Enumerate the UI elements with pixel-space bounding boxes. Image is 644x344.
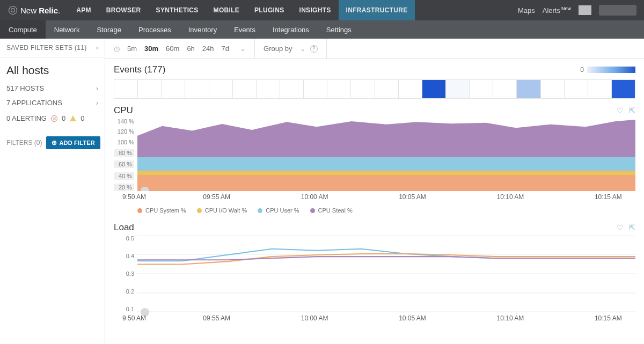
nav-maps[interactable]: Maps <box>518 6 535 14</box>
group-by[interactable]: Group by ⌄ ? <box>255 39 326 58</box>
events-panel: Events (177) 0 <box>105 59 644 102</box>
legend-swatch <box>310 208 315 213</box>
nav-insights[interactable]: INSIGHTS <box>292 0 339 20</box>
cpu-y-axis: 140 % 120 % 100 % 80 % 60 % 40 % 20 % <box>114 118 137 191</box>
subnav-processes[interactable]: Processes <box>130 20 180 39</box>
plus-icon: ⊕ <box>52 140 57 146</box>
export-icon[interactable]: ⇱ <box>629 106 635 115</box>
bell-icon[interactable]: ♡ <box>617 223 624 232</box>
account-switcher[interactable] <box>599 5 636 16</box>
nav-synthetics[interactable]: SYNTHETICS <box>149 0 206 20</box>
range-24h[interactable]: 24h <box>202 45 214 53</box>
stat-alerting: 0 ALERTING 0 0 <box>0 110 105 130</box>
events-title: Events (177) <box>114 64 165 75</box>
filters-row: FILTERS (0) ⊕ ADD FILTER <box>0 130 105 149</box>
toolbar: ◷ 5m 30m 60m 6h 24h 7d ⌄ Group by ⌄ ? <box>105 39 644 59</box>
brand[interactable]: New Relic. <box>0 0 69 20</box>
chevron-right-icon: › <box>96 84 98 92</box>
subnav-integrations[interactable]: Integrations <box>264 20 318 39</box>
subnav-network[interactable]: Network <box>46 20 89 39</box>
load-x-axis: 9:50 AM 09:55 AM 10:00 AM 10:05 AM 10:10… <box>137 314 635 325</box>
bell-icon[interactable]: ♡ <box>617 106 624 115</box>
critical-count: 0 <box>62 114 65 122</box>
group-by-label: Group by <box>264 45 292 53</box>
filters-label: FILTERS (0) <box>6 139 42 147</box>
legend-swatch <box>197 208 202 213</box>
export-icon[interactable]: ⇱ <box>629 223 635 232</box>
avatar[interactable] <box>579 5 591 15</box>
events-gradient <box>587 67 635 73</box>
page-title: All hosts <box>0 57 105 81</box>
sub-nav: Compute Network Storage Processes Invent… <box>0 20 644 39</box>
cpu-legend: CPU System % CPU I/O Wait % CPU User % C… <box>105 205 644 219</box>
brand-logo-icon <box>9 6 17 14</box>
chevron-right-icon: › <box>96 99 98 107</box>
brand-text-pre: New <box>20 6 36 15</box>
top-nav-right: Maps AlertsNew <box>510 0 644 20</box>
add-filter-label: ADD FILTER <box>59 140 95 146</box>
legend-item[interactable]: CPU I/O Wait % <box>197 207 247 214</box>
cpu-x-axis: 9:50 AM 09:55 AM 10:00 AM 10:05 AM 10:10… <box>137 193 635 204</box>
warning-count: 0 <box>80 114 84 122</box>
load-chart[interactable]: 0.5 0.4 0.3 0.2 0.1 <box>114 235 635 325</box>
cpu-chart[interactable]: 140 % 120 % 100 % 80 % 60 % 40 % 20 % <box>114 118 635 204</box>
load-y-axis: 0.5 0.4 0.3 0.2 0.1 <box>114 235 137 312</box>
chevron-down-icon[interactable]: ⌄ <box>240 45 246 53</box>
chevron-right-icon: › <box>96 44 98 52</box>
top-nav-items: APM BROWSER SYNTHETICS MOBILE PLUGINS IN… <box>69 0 415 20</box>
warning-icon <box>70 115 76 121</box>
subnav-compute[interactable]: Compute <box>0 20 46 39</box>
legend-swatch <box>137 208 142 213</box>
load-title: Load <box>114 222 134 233</box>
time-range: ◷ 5m 30m 60m 6h 24h 7d ⌄ <box>105 39 255 58</box>
events-scale: 0 <box>580 66 635 74</box>
legend-swatch <box>258 208 262 213</box>
alerts-badge: New <box>561 6 571 11</box>
range-5m[interactable]: 5m <box>127 45 137 53</box>
nav-mobile[interactable]: MOBILE <box>206 0 247 20</box>
range-7d[interactable]: 7d <box>222 45 229 53</box>
saved-filter-sets-label: SAVED FILTER SETS (11) <box>6 44 87 52</box>
chevron-down-icon: ⌄ <box>300 45 306 53</box>
cpu-title: CPU <box>114 105 133 116</box>
stat-hosts[interactable]: 517 HOSTS › <box>0 81 105 96</box>
range-30m[interactable]: 30m <box>144 45 158 53</box>
nav-alerts[interactable]: AlertsNew <box>543 6 571 14</box>
stat-apps-label: 7 APPLICATIONS <box>6 99 62 107</box>
cpu-plot <box>137 118 635 191</box>
stat-apps[interactable]: 7 APPLICATIONS › <box>0 96 105 110</box>
subnav-settings[interactable]: Settings <box>318 20 360 39</box>
nav-browser[interactable]: BROWSER <box>99 0 149 20</box>
stat-alerting-label: 0 ALERTING <box>6 114 47 122</box>
add-filter-button[interactable]: ⊕ ADD FILTER <box>46 136 100 149</box>
load-plot <box>137 235 635 312</box>
help-icon[interactable]: ? <box>310 45 318 53</box>
subnav-events[interactable]: Events <box>225 20 264 39</box>
legend-item[interactable]: CPU System % <box>137 207 186 214</box>
critical-icon <box>51 115 57 122</box>
legend-item[interactable]: CPU Steal % <box>310 207 353 214</box>
load-panel: Load ♡ ⇱ 0.5 0.4 0.3 0.2 0.1 <box>105 219 644 326</box>
subnav-storage[interactable]: Storage <box>88 20 130 39</box>
sidebar: SAVED FILTER SETS (11) › All hosts 517 H… <box>0 39 105 344</box>
clock-icon: ◷ <box>114 45 120 53</box>
events-scale-zero: 0 <box>580 66 584 74</box>
nav-infrastructure[interactable]: INFRASTRUCTURE <box>339 0 415 20</box>
range-60m[interactable]: 60m <box>166 45 179 53</box>
range-6h[interactable]: 6h <box>187 45 194 53</box>
nav-plugins[interactable]: PLUGINS <box>247 0 291 20</box>
top-nav: New Relic. APM BROWSER SYNTHETICS MOBILE… <box>0 0 644 20</box>
subnav-inventory[interactable]: Inventory <box>180 20 225 39</box>
nav-apm[interactable]: APM <box>69 0 99 20</box>
main: ◷ 5m 30m 60m 6h 24h 7d ⌄ Group by ⌄ ? Ev… <box>105 39 644 344</box>
brand-text-post: Relic <box>39 6 58 15</box>
stat-hosts-label: 517 HOSTS <box>6 84 44 92</box>
cpu-panel: CPU ♡ ⇱ 140 % 120 % 100 % 80 % 60 % 40 %… <box>105 102 644 205</box>
legend-item[interactable]: CPU User % <box>258 207 299 214</box>
events-heatmap[interactable] <box>114 79 635 99</box>
saved-filter-sets[interactable]: SAVED FILTER SETS (11) › <box>0 39 105 57</box>
